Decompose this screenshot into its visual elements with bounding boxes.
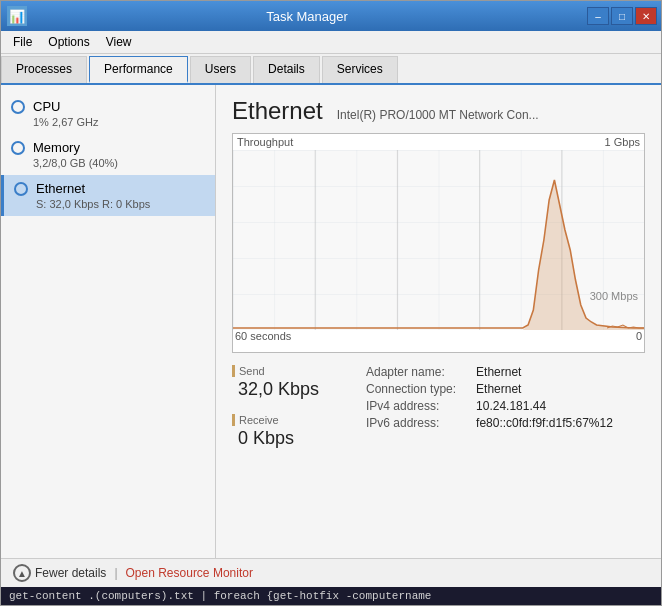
maximize-button[interactable]: □ <box>611 7 633 25</box>
cpu-header: CPU <box>11 99 205 114</box>
minimize-button[interactable]: – <box>587 7 609 25</box>
ipv6-value: fe80::c0fd:f9f:d1f5:67%12 <box>476 416 613 430</box>
ethernet-indicator <box>14 182 28 196</box>
receive-block: Receive 0 Kbps <box>232 414 342 449</box>
sidebar-item-cpu[interactable]: CPU 1% 2,67 GHz <box>1 93 215 134</box>
cpu-sublabel: 1% 2,67 GHz <box>33 116 205 128</box>
terminal-bar: get-content .(computers).txt | foreach {… <box>1 587 661 605</box>
chart-inner: 300 Mbps <box>233 150 644 330</box>
window-controls: – □ ✕ <box>587 7 661 25</box>
tab-performance[interactable]: Performance <box>89 56 188 83</box>
menu-bar: File Options View <box>1 31 661 54</box>
separator: | <box>114 566 117 580</box>
ethernet-label: Ethernet <box>36 181 85 196</box>
conn-type-value: Ethernet <box>476 382 613 396</box>
detail-subtitle: Intel(R) PRO/1000 MT Network Con... <box>337 108 539 122</box>
sidebar-item-ethernet[interactable]: Ethernet S: 32,0 Kbps R: 0 Kbps <box>1 175 215 216</box>
chart-bottom-labels: 60 seconds 0 <box>233 330 644 342</box>
chart-mid-label: 300 Mbps <box>590 290 638 302</box>
cpu-indicator <box>11 100 25 114</box>
adapter-name-label: Adapter name: <box>366 365 456 379</box>
close-button[interactable]: ✕ <box>635 7 657 25</box>
window-title: Task Manager <box>27 9 587 24</box>
send-receive: Send 32,0 Kbps Receive 0 Kbps <box>232 365 342 449</box>
menu-options[interactable]: Options <box>42 33 95 51</box>
fewer-details-label: Fewer details <box>35 566 106 580</box>
app-icon: 📊 <box>7 6 27 26</box>
bottom-bar: ▲ Fewer details | Open Resource Monitor <box>1 558 661 587</box>
fewer-details-icon: ▲ <box>13 564 31 582</box>
receive-value: 0 Kbps <box>232 428 342 449</box>
sidebar: CPU 1% 2,67 GHz Memory 3,2/8,0 GB (40%) … <box>1 85 216 558</box>
memory-label: Memory <box>33 140 80 155</box>
title-bar: 📊 Task Manager – □ ✕ <box>1 1 661 31</box>
throughput-label: Throughput <box>237 136 293 148</box>
tab-details[interactable]: Details <box>253 56 320 83</box>
chart-time-start: 60 seconds <box>235 330 291 342</box>
max-label: 1 Gbps <box>605 136 640 148</box>
menu-view[interactable]: View <box>100 33 138 51</box>
conn-type-label: Connection type: <box>366 382 456 396</box>
menu-file[interactable]: File <box>7 33 38 51</box>
open-resource-monitor-link[interactable]: Open Resource Monitor <box>126 566 253 580</box>
chart-svg <box>233 150 644 330</box>
detail-header: Ethernet Intel(R) PRO/1000 MT Network Co… <box>232 97 645 125</box>
terminal-text: get-content .(computers).txt | foreach {… <box>9 590 431 602</box>
main-content: CPU 1% 2,67 GHz Memory 3,2/8,0 GB (40%) … <box>1 85 661 558</box>
receive-label: Receive <box>232 414 342 426</box>
detail-title: Ethernet <box>232 97 323 125</box>
stats-info-row: Send 32,0 Kbps Receive 0 Kbps Adapter na… <box>232 365 645 449</box>
send-value: 32,0 Kbps <box>232 379 342 400</box>
adapter-name-value: Ethernet <box>476 365 613 379</box>
send-block: Send 32,0 Kbps <box>232 365 342 400</box>
chart-time-end: 0 <box>636 330 642 342</box>
chart-area: Throughput 1 Gbps <box>232 133 645 353</box>
chart-top-labels: Throughput 1 Gbps <box>233 134 644 150</box>
detail-panel: Ethernet Intel(R) PRO/1000 MT Network Co… <box>216 85 661 558</box>
tab-users[interactable]: Users <box>190 56 251 83</box>
svg-rect-1 <box>233 150 644 330</box>
ethernet-sublabel: S: 32,0 Kbps R: 0 Kbps <box>36 198 205 210</box>
tabs-bar: Processes Performance Users Details Serv… <box>1 54 661 85</box>
ethernet-header: Ethernet <box>14 181 205 196</box>
tab-services[interactable]: Services <box>322 56 398 83</box>
sidebar-item-memory[interactable]: Memory 3,2/8,0 GB (40%) <box>1 134 215 175</box>
ipv4-label: IPv4 address: <box>366 399 456 413</box>
adapter-info: Adapter name: Ethernet Connection type: … <box>366 365 613 430</box>
memory-indicator <box>11 141 25 155</box>
ipv6-label: IPv6 address: <box>366 416 456 430</box>
fewer-details-button[interactable]: ▲ Fewer details <box>13 564 106 582</box>
send-label: Send <box>232 365 342 377</box>
memory-header: Memory <box>11 140 205 155</box>
main-window: 📊 Task Manager – □ ✕ File Options View P… <box>0 0 662 606</box>
ipv4-value: 10.24.181.44 <box>476 399 613 413</box>
cpu-label: CPU <box>33 99 60 114</box>
tab-processes[interactable]: Processes <box>1 56 87 83</box>
memory-sublabel: 3,2/8,0 GB (40%) <box>33 157 205 169</box>
